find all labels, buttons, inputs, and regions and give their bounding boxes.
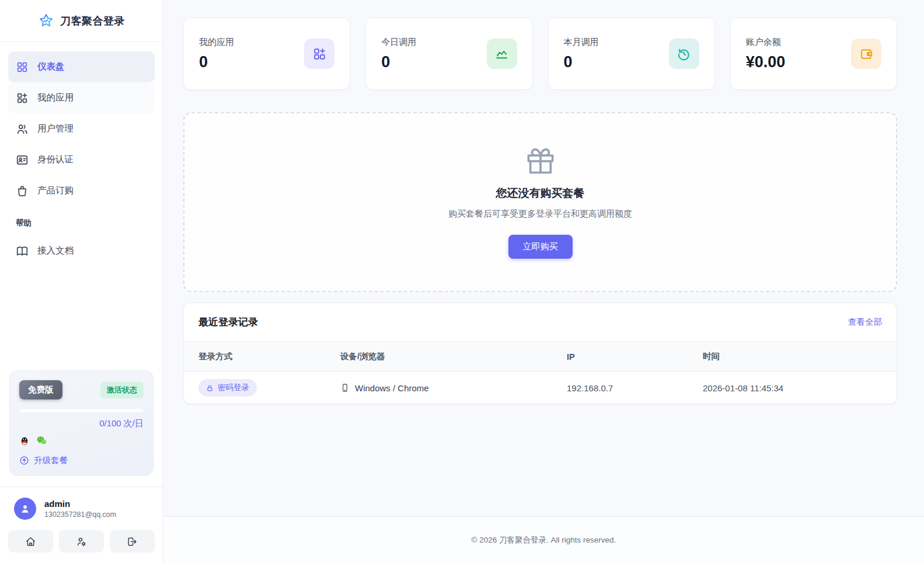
shopping-bag-icon: [16, 185, 29, 197]
user-name: admin: [44, 499, 116, 509]
stat-value: 0: [199, 53, 234, 71]
quota-progress-bar: [19, 408, 144, 413]
stat-value: ¥0.00: [746, 53, 786, 71]
package-empty-state: 您还没有购买套餐 购买套餐后可享受更多登录平台和更高调用额度 立即购买: [183, 112, 897, 292]
stat-value: 0: [564, 53, 599, 71]
table-header-row: 登录方式 设备/浏览器 IP 时间: [184, 341, 897, 372]
login-method-badge: 密码登录: [198, 379, 257, 397]
wechat-icon: [36, 435, 47, 446]
column-header-ip: IP: [567, 352, 703, 362]
wallet-icon: [851, 39, 881, 69]
logout-icon: [127, 536, 138, 547]
users-icon: [16, 123, 29, 135]
sidebar-item-label: 接入文档: [37, 245, 74, 257]
quota-text: 0/100 次/日: [19, 418, 144, 429]
upgrade-label: 升级套餐: [34, 455, 68, 466]
book-open-icon: [16, 245, 29, 258]
user-meta: admin 1302357281@qq.com: [44, 499, 116, 519]
column-header-time: 时间: [703, 351, 882, 362]
sidebar: 刀客聚合登录 仪表盘 我的应用: [0, 0, 163, 563]
home-icon: [25, 536, 36, 547]
gift-icon: [525, 146, 556, 176]
table-row: 密码登录 Windows / Chrome 192.168.0.7 2026-: [184, 372, 897, 404]
login-records-card: 最近登录记录 查看全部 登录方式 设备/浏览器 IP 时间: [183, 303, 897, 404]
column-header-method: 登录方式: [198, 351, 340, 362]
smartphone-icon: [340, 383, 350, 392]
quick-actions: [0, 530, 163, 563]
app-root: 刀客聚合登录 仪表盘 我的应用: [0, 0, 924, 563]
sidebar-item-user-management[interactable]: 用户管理: [8, 113, 155, 144]
login-method-label: 密码登录: [218, 383, 249, 393]
stat-label: 账户余额: [746, 37, 786, 48]
sidebar-item-dashboard[interactable]: 仪表盘: [8, 51, 155, 82]
plan-badge: 免费版: [19, 380, 62, 399]
records-header: 最近登录记录 查看全部: [184, 303, 897, 341]
main-content: 我的应用 0 今日调用 0: [163, 0, 924, 563]
column-header-device: 设备/浏览器: [340, 351, 567, 362]
footer: © 2026 刀客聚合登录. All rights reserved.: [163, 516, 924, 563]
empty-state-subtitle: 购买套餐后可享受更多登录平台和更高调用额度: [448, 208, 632, 220]
sidebar-item-identity-verification[interactable]: 身份认证: [8, 144, 155, 175]
cell-method: 密码登录: [198, 379, 340, 397]
arrow-up-circle-icon: [19, 456, 29, 465]
user-email: 1302357281@qq.com: [44, 510, 116, 519]
stat-value: 0: [381, 53, 416, 71]
grid-plus-icon: [16, 92, 29, 105]
sidebar-item-label: 身份认证: [37, 154, 74, 166]
cell-ip: 192.168.0.7: [567, 383, 703, 393]
history-clock-icon: [669, 39, 699, 69]
plan-card: 免费版 激活状态 0/100 次/日: [9, 370, 154, 476]
device-label: Windows / Chrome: [355, 383, 429, 393]
user-section: admin 1302357281@qq.com: [0, 486, 163, 530]
buy-now-button[interactable]: 立即购买: [508, 235, 573, 259]
plan-status-badge: 激活状态: [100, 382, 144, 398]
id-card-icon: [16, 154, 29, 166]
cell-device: Windows / Chrome: [340, 383, 567, 393]
logout-button[interactable]: [110, 530, 155, 552]
brand-name: 刀客聚合登录: [60, 14, 125, 28]
sidebar-item-label: 我的应用: [37, 92, 74, 104]
stat-label: 今日调用: [381, 37, 416, 48]
cell-time: 2026-01-08 11:45:34: [703, 383, 882, 393]
stat-card-balance: 账户余额 ¥0.00: [730, 18, 897, 90]
avatar: [14, 498, 36, 520]
sidebar-item-label: 仪表盘: [37, 61, 65, 73]
sidebar-item-docs[interactable]: 接入文档: [8, 235, 155, 266]
home-button[interactable]: [8, 530, 53, 552]
lock-icon: [206, 384, 214, 392]
star-check-icon: [38, 13, 54, 29]
stat-card-today-calls: 今日调用 0: [365, 18, 532, 90]
qq-icon: [19, 436, 30, 446]
stat-card-my-apps: 我的应用 0: [183, 18, 350, 90]
platform-icons: [19, 435, 144, 446]
dashboard-grid-icon: [16, 61, 29, 74]
user-gear-icon: [76, 536, 87, 547]
view-all-link[interactable]: 查看全部: [848, 317, 882, 328]
chart-line-icon: [487, 39, 517, 69]
stat-card-month-calls: 本月调用 0: [548, 18, 715, 90]
brand-logo: 刀客聚合登录: [0, 0, 163, 42]
grid-plus-icon: [304, 39, 334, 69]
copyright-text: © 2026 刀客聚合登录. All rights reserved.: [472, 535, 616, 545]
stat-label: 我的应用: [199, 37, 234, 48]
sidebar-item-label: 用户管理: [37, 123, 74, 135]
upgrade-link[interactable]: 升级套餐: [19, 455, 144, 466]
sidebar-item-label: 产品订购: [37, 185, 74, 197]
empty-state-title: 您还没有购买套餐: [496, 186, 585, 201]
stat-label: 本月调用: [564, 37, 599, 48]
records-title: 最近登录记录: [198, 315, 258, 329]
nav-section-help: 帮助: [16, 218, 155, 228]
account-settings-button[interactable]: [59, 530, 104, 552]
sidebar-nav: 仪表盘 我的应用 用户管理: [0, 42, 163, 266]
stats-row: 我的应用 0 今日调用 0: [183, 18, 897, 90]
sidebar-item-my-apps[interactable]: 我的应用: [8, 82, 155, 113]
sidebar-item-product-purchase[interactable]: 产品订购: [8, 175, 155, 206]
